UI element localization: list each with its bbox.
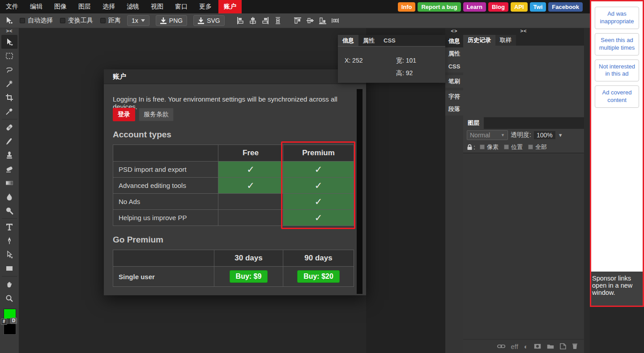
healing-brush-tool[interactable] <box>1 120 17 134</box>
align-bottom-icon[interactable] <box>319 17 327 25</box>
default-colors-button[interactable]: D <box>10 318 17 324</box>
opacity-dropdown-icon[interactable]: ▼ <box>558 132 563 138</box>
tab-css[interactable]: CSS <box>379 35 400 46</box>
ad-feedback-button-2[interactable]: Not interested in this ad <box>595 60 639 82</box>
marquee-select-tool[interactable] <box>1 49 17 63</box>
gradient-tool[interactable] <box>1 176 17 190</box>
shape-tool[interactable] <box>1 261 17 275</box>
menu-item-5[interactable]: 滤镜 <box>121 0 145 13</box>
menu-item-4[interactable]: 选择 <box>97 0 121 13</box>
export-svg-button[interactable]: SVG <box>193 15 225 26</box>
align-center-horizontal-icon[interactable] <box>249 17 257 25</box>
crop-tool[interactable] <box>1 90 17 104</box>
checkbox-icon[interactable] <box>60 18 65 23</box>
background-color-swatch[interactable] <box>4 323 16 335</box>
eyedropper-tool[interactable] <box>1 104 17 118</box>
zoom-level-select[interactable]: 1x <box>127 15 149 26</box>
layer-mask-icon[interactable] <box>534 344 541 349</box>
account-dialog: 账户 ✕ Logging In is free. Your environmen… <box>104 69 366 295</box>
new-group-folder-icon[interactable] <box>547 344 554 349</box>
dialog-scrollbar[interactable] <box>357 89 363 294</box>
checkbox-icon[interactable] <box>528 145 533 149</box>
pen-tool[interactable] <box>1 234 17 247</box>
ad-feedback-button-1[interactable]: Seen this ad multiple times <box>595 33 639 55</box>
table-row: PSD import and export✓✓ <box>113 162 354 178</box>
zoom-tool[interactable] <box>1 291 17 305</box>
dodge-tool[interactable] <box>1 204 17 217</box>
hand-tool[interactable] <box>1 277 17 291</box>
checkbox-icon[interactable] <box>480 145 485 149</box>
lock-option-2[interactable]: 全部 <box>528 143 547 151</box>
link-blog[interactable]: Blog <box>488 2 508 12</box>
lock-option-1[interactable]: 位置 <box>504 143 523 151</box>
blur-tool[interactable] <box>1 190 17 204</box>
color-swatches: # D <box>0 308 18 336</box>
side-tab-0[interactable]: 信息 <box>445 35 463 47</box>
magic-wand-tool[interactable] <box>1 77 17 90</box>
lasso-tool[interactable] <box>1 63 17 77</box>
toolbar-option-2[interactable]: 距离 <box>100 17 121 25</box>
link-info[interactable]: Info <box>398 2 416 12</box>
align-top-icon[interactable] <box>294 17 302 25</box>
link-facebook[interactable]: Facebook <box>548 2 583 12</box>
buy-button-30-days[interactable]: Buy: $9 <box>230 270 268 283</box>
tab-sampling[interactable]: 取样 <box>495 35 516 46</box>
tab-layers[interactable]: 图层 <box>463 117 484 129</box>
align-left-icon[interactable] <box>236 17 244 25</box>
side-tab-5[interactable]: 段落 <box>445 103 463 115</box>
side-tab-4[interactable]: 字符 <box>445 88 463 103</box>
opacity-value-field[interactable]: 100% <box>534 131 555 139</box>
checkbox-icon[interactable] <box>504 145 509 149</box>
new-layer-icon[interactable] <box>560 343 566 349</box>
toolbar-option-1[interactable]: 变换工具 <box>60 17 93 25</box>
menu-item-3[interactable]: 图层 <box>73 0 97 13</box>
distribute-vertical-icon[interactable] <box>274 17 282 25</box>
delete-layer-trash-icon[interactable] <box>572 343 578 349</box>
ad-feedback-button-3[interactable]: Ad covered content <box>595 85 639 108</box>
direct-select-tool[interactable] <box>1 247 17 261</box>
toolbar-option-0[interactable]: 自动选择 <box>20 17 53 25</box>
buy-button-90-days[interactable]: Buy: $20 <box>297 270 340 283</box>
distribute-horizontal-icon[interactable] <box>331 17 339 25</box>
menu-item-2[interactable]: 图像 <box>48 0 73 13</box>
brush-tool[interactable] <box>1 134 17 148</box>
tab-properties[interactable]: 属性 <box>358 35 379 46</box>
link-api[interactable]: API <box>511 2 528 12</box>
tab-history[interactable]: 历史记录 <box>463 35 495 46</box>
eraser-tool[interactable] <box>1 162 17 176</box>
terms-of-service-button[interactable]: 服务条款 <box>139 108 174 121</box>
clone-stamp-tool[interactable] <box>1 148 17 162</box>
color-hex-button[interactable]: # <box>1 319 7 325</box>
move-tool[interactable] <box>1 35 17 49</box>
side-tab-3[interactable]: 笔刷 <box>445 72 463 88</box>
blend-mode-select[interactable]: Normal ▼ <box>467 130 508 140</box>
checkbox-icon[interactable] <box>100 18 106 23</box>
account-menu-button[interactable]: 账户 <box>218 0 242 13</box>
menu-item-8[interactable]: 更多 <box>193 0 218 13</box>
link-twi[interactable]: Twi <box>530 2 546 12</box>
checkbox-icon[interactable] <box>20 18 25 23</box>
menu-item-6[interactable]: 视图 <box>145 0 169 13</box>
layer-effects-button[interactable]: eff <box>511 343 518 350</box>
export-png-button[interactable]: PNG <box>156 15 187 26</box>
info-width-value: 宽: 101 <box>396 57 416 65</box>
menu-item-7[interactable]: 窗口 <box>169 0 193 13</box>
sidestrip-collapse-toggle[interactable]: <> <box>445 28 463 35</box>
menu-item-0[interactable]: 文件 <box>0 0 24 13</box>
menu-item-1[interactable]: 编辑 <box>24 0 48 13</box>
align-middle-vertical-icon[interactable] <box>306 17 314 25</box>
tab-info[interactable]: 信息 <box>338 35 358 46</box>
adjustment-layer-icon[interactable]: ◐ <box>524 343 528 350</box>
toolstrip-collapse-toggle[interactable]: >< <box>0 28 19 35</box>
lock-option-0[interactable]: 像素 <box>480 143 499 151</box>
login-button[interactable]: 登录 <box>113 108 135 121</box>
ad-feedback-button-0[interactable]: Ad was inappropriate <box>595 7 639 29</box>
dock-collapse-toggle[interactable]: >< <box>463 28 584 35</box>
align-right-icon[interactable] <box>261 17 269 25</box>
link-layers-icon[interactable] <box>497 344 505 349</box>
link-report-a-bug[interactable]: Report a bug <box>418 2 461 12</box>
type-tool[interactable] <box>1 220 17 234</box>
side-tab-1[interactable]: 属性 <box>445 47 463 60</box>
side-tab-2[interactable]: CSS <box>445 60 463 72</box>
link-learn[interactable]: Learn <box>463 2 486 12</box>
